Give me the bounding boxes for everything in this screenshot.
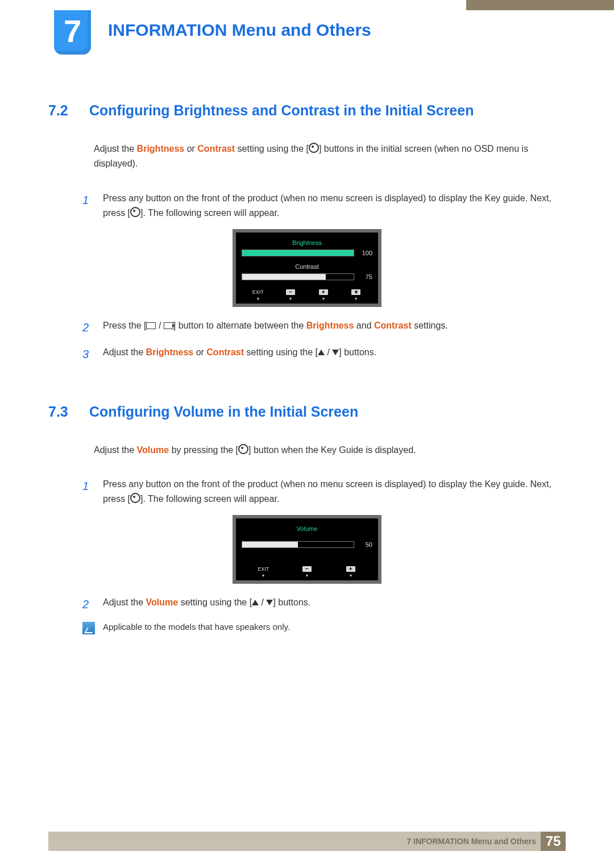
arrow-down-icon: ▾ bbox=[242, 296, 275, 301]
text: Adjust the bbox=[94, 445, 137, 455]
osd-plus-button: + bbox=[329, 566, 372, 572]
osd-brightness-row: 100 bbox=[242, 250, 372, 256]
osd-button-row: EXIT − + bbox=[242, 564, 372, 573]
arrow-down-icon: ▾ bbox=[285, 573, 329, 578]
chapter-title: INFORMATION Menu and Others bbox=[108, 20, 371, 40]
osd-brightness-value: 100 bbox=[359, 250, 372, 256]
keyword-brightness: Brightness bbox=[137, 144, 185, 153]
section2-intro: Adjust the Volume by pressing the [] but… bbox=[94, 443, 566, 458]
text: ] buttons. bbox=[339, 347, 376, 357]
text: ]. The following screen will appear. bbox=[140, 208, 279, 218]
osd-inner: Brightness 100 Contrast 75 EXIT − + ▾ bbox=[236, 232, 378, 304]
triangle-up-icon bbox=[318, 350, 325, 355]
section1-step-2: 2 Press the [ / ] button to alternate be… bbox=[82, 318, 566, 337]
osd-volume: Volume 50 EXIT − + ▾ ▾ ▾ bbox=[233, 515, 381, 584]
osd-arrow-row: ▾ ▾ ▾ ▾ bbox=[242, 296, 372, 301]
footer-chapter-text: 7 INFORMATION Menu and Others bbox=[406, 837, 536, 846]
osd-volume-bar bbox=[242, 541, 354, 548]
osd-minus-button: − bbox=[285, 566, 329, 572]
step-number: 1 bbox=[82, 477, 93, 507]
keyword-volume: Volume bbox=[146, 597, 179, 607]
step-text: Press any button on the front of the pro… bbox=[103, 191, 566, 221]
osd-arrow-row: ▾ ▾ ▾ bbox=[242, 573, 372, 578]
text: or bbox=[184, 144, 197, 153]
text: setting using the [ bbox=[235, 144, 309, 153]
keyword-contrast: Contrast bbox=[197, 144, 235, 153]
text: settings. bbox=[412, 321, 448, 330]
osd-exit-button: EXIT bbox=[242, 566, 285, 572]
section-heading-7-3: 7.3 Configuring Volume in the Initial Sc… bbox=[48, 404, 566, 420]
section2-step-2: 2 Adjust the Volume setting using the [ … bbox=[82, 595, 566, 614]
osd-volume-value: 50 bbox=[359, 541, 372, 548]
arrow-down-icon: ▾ bbox=[242, 573, 285, 578]
menu-icon bbox=[146, 322, 156, 329]
osd-plus-button: + bbox=[307, 289, 340, 295]
step-number: 2 bbox=[82, 595, 93, 614]
text: setting using the [ bbox=[244, 347, 318, 357]
source-icon bbox=[164, 322, 173, 329]
osd-brightness-contrast: Brightness 100 Contrast 75 EXIT − + ▾ bbox=[233, 229, 381, 307]
osd-contrast-value: 75 bbox=[359, 273, 372, 280]
osd-contrast-label: Contrast bbox=[242, 263, 372, 270]
osd-minus-button: − bbox=[275, 289, 308, 295]
step-number: 1 bbox=[82, 191, 93, 221]
section1-step-1: 1 Press any button on the front of the p… bbox=[82, 191, 566, 221]
text: or bbox=[193, 347, 206, 357]
section-number: 7.2 bbox=[48, 102, 76, 119]
minus-icon: − bbox=[286, 289, 295, 295]
section-title: Configuring Volume in the Initial Screen bbox=[89, 404, 358, 420]
page-footer: 7 INFORMATION Menu and Others 75 bbox=[48, 832, 566, 851]
section1-step-3: 3 Adjust the Brightness or Contrast sett… bbox=[82, 345, 566, 364]
step-text: Press any button on the front of the pro… bbox=[103, 477, 566, 507]
plus-icon: + bbox=[346, 566, 355, 572]
osd-brightness-label: Brightness bbox=[242, 239, 372, 246]
step-number: 3 bbox=[82, 345, 93, 364]
keyword-volume: Volume bbox=[137, 445, 169, 455]
text: ] buttons. bbox=[273, 597, 310, 607]
section-heading-7-2: 7.2 Configuring Brightness and Contrast … bbox=[48, 102, 566, 119]
triangle-down-icon bbox=[266, 600, 273, 605]
arrow-down-icon: ▾ bbox=[329, 573, 372, 578]
osd-button-row: EXIT − + ▾ bbox=[242, 287, 372, 296]
osd-volume-row: 50 bbox=[242, 541, 372, 548]
osd-exit-button: EXIT bbox=[242, 289, 275, 295]
arrow-down-icon: ▾ bbox=[340, 296, 373, 301]
minus-icon: − bbox=[302, 566, 312, 572]
text: Adjust the bbox=[103, 347, 146, 357]
step-number: 2 bbox=[82, 318, 93, 337]
footer-page-number: 75 bbox=[541, 832, 566, 851]
text: Press the [ bbox=[103, 321, 146, 330]
osd-brightness-bar bbox=[242, 250, 354, 256]
text: setting using the [ bbox=[178, 597, 252, 607]
step-text: Adjust the Brightness or Contrast settin… bbox=[103, 345, 376, 364]
text: by pressing the [ bbox=[169, 445, 238, 455]
target-icon bbox=[130, 207, 140, 217]
step-text: Press the [ / ] button to alternate betw… bbox=[103, 318, 448, 337]
keyword-brightness: Brightness bbox=[146, 347, 194, 357]
target-icon bbox=[130, 493, 140, 503]
triangle-up-icon bbox=[252, 600, 259, 605]
keyword-contrast: Contrast bbox=[206, 347, 244, 357]
text: and bbox=[354, 321, 374, 330]
chapter-number-badge: 7 bbox=[54, 10, 91, 55]
osd-volume-label: Volume bbox=[242, 525, 372, 532]
osd-contrast-row: 75 bbox=[242, 273, 372, 280]
triangle-down-icon bbox=[332, 350, 339, 355]
text: ] button to alternate between the bbox=[173, 321, 306, 330]
section2-step-1: 1 Press any button on the front of the p… bbox=[82, 477, 566, 507]
section-title: Configuring Brightness and Contrast in t… bbox=[89, 102, 474, 119]
page-content: 7.2 Configuring Brightness and Contrast … bbox=[48, 102, 566, 634]
arrow-down-icon: ▾ bbox=[307, 296, 340, 301]
osd-inner: Volume 50 EXIT − + ▾ ▾ ▾ bbox=[236, 518, 378, 580]
section-7-3: 7.3 Configuring Volume in the Initial Sc… bbox=[48, 404, 566, 634]
section2-note: Applicable to the models that have speak… bbox=[82, 622, 566, 634]
keyword-brightness: Brightness bbox=[306, 321, 354, 330]
plus-icon: + bbox=[319, 289, 328, 295]
osd-down-button: ▾ bbox=[340, 289, 373, 295]
note-icon bbox=[82, 622, 95, 634]
down-icon: ▾ bbox=[351, 289, 360, 295]
osd-brightness-fill bbox=[242, 250, 354, 256]
note-text: Applicable to the models that have speak… bbox=[103, 622, 290, 632]
text: Adjust the bbox=[103, 597, 146, 607]
keyword-contrast: Contrast bbox=[374, 321, 412, 330]
